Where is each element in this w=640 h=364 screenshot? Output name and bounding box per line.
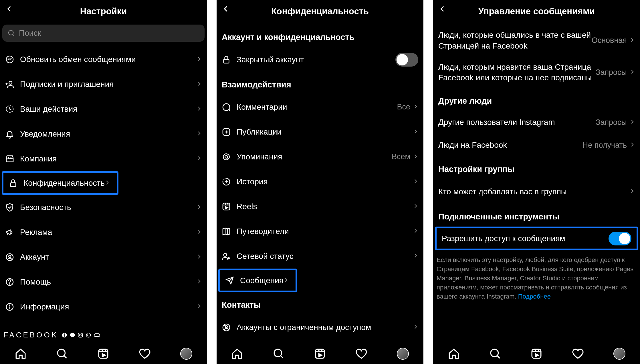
chevron-right-icon	[413, 129, 418, 135]
allow-message-access-toggle[interactable]	[609, 232, 631, 245]
back-button[interactable]	[222, 5, 230, 14]
row-value: Основная	[592, 36, 627, 45]
settings-row[interactable]: Уведомления	[0, 121, 207, 146]
comment-icon	[222, 103, 237, 112]
row-label: Люди на Facebook	[438, 141, 582, 150]
svg-marker-55	[319, 354, 322, 357]
reels-icon	[222, 202, 237, 211]
chevron-right-icon	[197, 304, 202, 310]
private-account-row[interactable]: Закрытый аккаунт	[217, 47, 423, 72]
chevron-right-icon	[413, 203, 418, 210]
chevron-right-icon	[413, 253, 418, 259]
settings-row[interactable]: Компания	[0, 146, 207, 171]
interaction-row[interactable]: Путеводители	[217, 219, 423, 244]
back-button[interactable]	[6, 5, 13, 14]
interaction-row[interactable]: История	[217, 169, 423, 194]
row-label: Люди, которые общались в чате с вашей Ст…	[438, 30, 592, 51]
nav-home[interactable]	[448, 348, 460, 360]
messenger-icon	[70, 332, 75, 338]
nav-search[interactable]	[56, 348, 68, 360]
instagram-icon	[78, 332, 83, 338]
settings-row[interactable]: Конфиденциальность	[2, 171, 118, 195]
svg-rect-20	[94, 334, 100, 337]
interaction-row[interactable]: Сетевой статус	[217, 244, 423, 269]
mention-icon	[222, 152, 237, 161]
row-label: Реклама	[20, 228, 197, 237]
nav-bar	[217, 342, 423, 364]
interaction-row[interactable]: Публикации	[217, 119, 423, 144]
row-label: Компания	[20, 154, 197, 163]
group-add-row[interactable]: Кто может добавлять вас в группы	[433, 179, 640, 204]
settings-row[interactable]: Информация	[0, 294, 207, 319]
settings-row[interactable]: Безопасность	[0, 195, 207, 220]
svg-rect-28	[224, 59, 229, 63]
section-other-people: Другие люди	[433, 88, 640, 111]
back-button[interactable]	[439, 5, 446, 14]
interaction-row[interactable]: УпоминанияВсем	[217, 144, 423, 169]
nav-activity[interactable]	[355, 348, 367, 360]
nav-search[interactable]	[273, 348, 285, 360]
settings-row[interactable]: Подписки и приглашения	[0, 72, 207, 97]
restricted-accounts-row[interactable]: Аккаунты с ограниченным доступом	[217, 315, 423, 340]
nav-reels[interactable]	[314, 348, 326, 360]
chevron-right-icon	[197, 156, 202, 162]
story-icon	[222, 177, 237, 186]
facebook-footer: FACEBOOK	[0, 323, 207, 342]
whatsapp-icon	[86, 332, 91, 338]
svg-point-19	[86, 333, 91, 337]
nav-reels[interactable]	[97, 348, 109, 360]
nav-profile[interactable]	[180, 348, 192, 360]
nav-activity[interactable]	[572, 348, 584, 360]
nav-search[interactable]	[489, 348, 501, 360]
nav-home[interactable]	[15, 348, 27, 360]
heart-icon	[139, 348, 151, 360]
settings-row[interactable]: Обновить обмен сообщениями	[0, 47, 207, 72]
row-label: Безопасность	[20, 203, 197, 212]
search-field[interactable]	[19, 29, 199, 38]
search-input[interactable]	[2, 25, 205, 42]
settings-row[interactable]: Ваши действия	[0, 97, 207, 121]
learn-more-link[interactable]: Подробнее	[518, 293, 551, 300]
row-label: Обновить обмен сообщениями	[20, 55, 197, 64]
nav-profile[interactable]	[397, 348, 409, 360]
nav-profile[interactable]	[613, 348, 625, 360]
home-icon	[448, 348, 460, 360]
oculus-icon	[94, 333, 100, 337]
chevron-right-icon	[284, 277, 289, 284]
other-people-row[interactable]: Другие пользователи InstagramЗапросы	[433, 111, 640, 134]
other-people-row[interactable]: Люди на FacebookНе получать	[433, 134, 640, 157]
svg-marker-27	[102, 354, 106, 357]
settings-row[interactable]: Помощь	[0, 269, 207, 294]
message-controls-content: Люди, которые общались в чате с вашей Ст…	[433, 25, 640, 342]
message-source-row[interactable]: Люди, которые общались в чате с вашей Ст…	[433, 25, 640, 57]
chevron-right-icon	[630, 69, 635, 75]
row-value: Всем	[392, 152, 410, 161]
settings-row[interactable]: Аккаунт	[0, 245, 207, 269]
interaction-row[interactable]: Сообщения	[218, 269, 297, 292]
row-label: Помощь	[20, 277, 197, 287]
footer-app-icons	[62, 332, 100, 338]
svg-point-43	[227, 257, 230, 259]
restricted-icon	[222, 323, 237, 332]
account-icon	[5, 253, 20, 262]
allow-message-access-row[interactable]: Разрешить доступ к сообщениям	[435, 227, 638, 250]
row-value: Все	[397, 103, 410, 111]
settings-screen: Настройки Обновить обмен сообщениямиПодп…	[0, 0, 207, 364]
chevron-right-icon	[413, 179, 418, 185]
settings-row[interactable]: Реклама	[0, 220, 207, 245]
nav-home[interactable]	[231, 348, 243, 360]
lock-icon	[222, 55, 237, 64]
svg-rect-7	[11, 183, 16, 186]
chevron-right-icon	[197, 279, 202, 285]
svg-point-49	[274, 349, 282, 357]
message-source-row[interactable]: Люди, которым нравится ваша Страница Fac…	[433, 57, 640, 89]
private-account-toggle[interactable]	[395, 53, 418, 67]
chevron-right-icon	[197, 81, 202, 87]
nav-reels[interactable]	[530, 348, 542, 360]
nav-activity[interactable]	[139, 348, 151, 360]
interaction-row[interactable]: Reels	[217, 194, 423, 219]
reels-icon	[97, 348, 109, 360]
interaction-row[interactable]: КомментарииВсе	[217, 95, 423, 119]
lock-icon	[9, 179, 23, 188]
row-label: Аккаунт	[20, 253, 197, 262]
